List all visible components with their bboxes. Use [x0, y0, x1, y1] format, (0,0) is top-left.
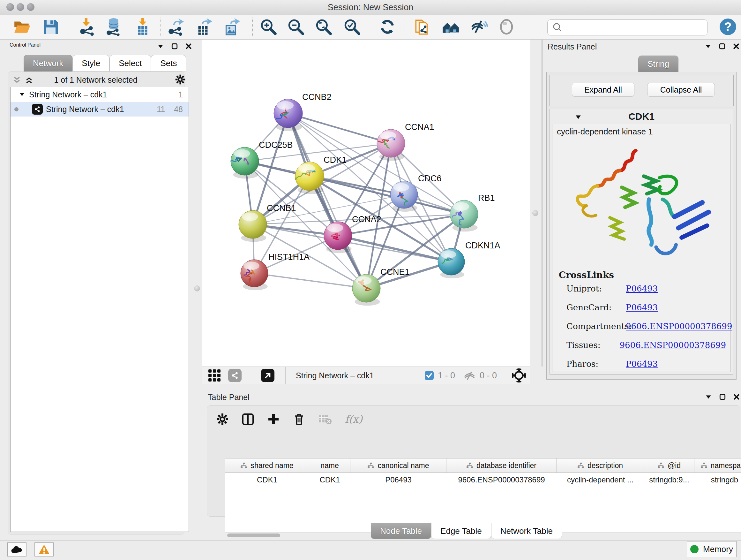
search-input[interactable]: [565, 23, 707, 32]
left-splitter[interactable]: [192, 40, 202, 367]
column-type-icon: [657, 462, 664, 469]
table-cell[interactable]: stringdb:9...: [644, 473, 694, 487]
collapse-all-networks-icon[interactable]: [25, 76, 33, 85]
tab-network[interactable]: Network: [23, 55, 72, 71]
panel-close-icon[interactable]: [733, 393, 740, 400]
database-network-icon: [105, 17, 123, 36]
crosslink-link[interactable]: 9606.ENSP00000378699: [620, 340, 726, 350]
panel-float-icon[interactable]: [719, 393, 726, 400]
network-node-CDKN1A[interactable]: [438, 248, 465, 278]
zoom-out-button[interactable]: [285, 16, 307, 37]
crosslink-link[interactable]: 9606.ENSP00000378699: [626, 321, 732, 331]
network-node-CDC25B[interactable]: [231, 147, 259, 179]
table-cell[interactable]: CDK1: [309, 473, 350, 487]
string-home-button[interactable]: [441, 16, 461, 37]
network-collection-row[interactable]: String Network – cdk1 1: [10, 87, 189, 102]
tree-expander-icon[interactable]: [19, 91, 25, 98]
right-splitter[interactable]: [530, 40, 542, 367]
memory-button[interactable]: Memory: [687, 541, 737, 557]
edge-count: 48: [174, 105, 183, 114]
panel-float-icon[interactable]: [171, 43, 178, 50]
network-node-CCNA1[interactable]: [377, 129, 405, 161]
grid-view-icon[interactable]: [208, 369, 221, 382]
zoom-out-icon: [286, 17, 305, 36]
table-cell[interactable]: 9606.ENSP00000378699: [447, 473, 556, 487]
import-network-button[interactable]: [76, 16, 97, 37]
tab-network-table[interactable]: Network Table: [491, 523, 562, 539]
left-splitter-handle[interactable]: [194, 286, 200, 292]
tab-style[interactable]: Style: [72, 55, 110, 71]
zoom-fit-button[interactable]: [313, 16, 334, 37]
network-node-CDC6[interactable]: [390, 181, 418, 212]
column-header--id[interactable]: @id: [644, 458, 694, 473]
tab-sets[interactable]: Sets: [151, 55, 186, 71]
save-session-button[interactable]: [40, 16, 61, 37]
column-header-shared-name[interactable]: shared name: [225, 458, 309, 473]
table-options-gear-icon[interactable]: [216, 413, 229, 426]
panel-float-icon[interactable]: [719, 43, 726, 50]
control-panel-tabs: NetworkStyleSelectSets: [23, 55, 186, 71]
selected-checkbox-icon[interactable]: [424, 371, 434, 380]
show-columns-icon[interactable]: [242, 413, 254, 426]
crosslink-link[interactable]: P06493: [626, 303, 658, 312]
network-options-gear-icon[interactable]: [175, 74, 186, 86]
export-table-button[interactable]: [193, 16, 214, 37]
results-tab-string[interactable]: String: [638, 56, 678, 72]
panel-close-icon[interactable]: [185, 43, 192, 50]
network-node-HIST1H1A[interactable]: [241, 260, 268, 290]
network-node-CDK1[interactable]: [295, 162, 324, 194]
crosslink-link[interactable]: P06493: [626, 284, 658, 294]
panel-collapse-icon[interactable]: [157, 43, 164, 50]
panel-close-icon[interactable]: [733, 43, 740, 50]
network-canvas[interactable]: CCNB2CCNA1CDC25BCDK1CDC6RB1CCNB1CCNA2CDK…: [202, 40, 530, 367]
table-cell[interactable]: cyclin-dependent ...: [556, 473, 644, 487]
column-header-namespace[interactable]: namespace: [694, 458, 741, 473]
delete-column-icon[interactable]: [293, 413, 306, 426]
import-table-button[interactable]: [132, 16, 153, 37]
import-network-from-database-button[interactable]: [103, 16, 124, 37]
crosslink-link[interactable]: P06493: [626, 359, 658, 369]
expand-all-button[interactable]: Expand All: [572, 83, 634, 97]
clone-network-button[interactable]: [412, 16, 433, 37]
export-network-button[interactable]: [165, 16, 186, 37]
network-node-CCNA2[interactable]: [324, 222, 352, 253]
export-image-button[interactable]: [221, 16, 242, 37]
right-splitter-handle[interactable]: [532, 210, 538, 216]
network-row-selected[interactable]: String Network – cdk1 11 48: [10, 102, 189, 117]
column-header-canonical-name[interactable]: canonical name: [350, 458, 447, 473]
expand-all-networks-icon[interactable]: [13, 76, 21, 85]
zoom-selected-button[interactable]: [341, 16, 362, 37]
cloud-icon: [10, 545, 23, 554]
network-node-CCNE1[interactable]: [352, 274, 381, 306]
zoom-in-button[interactable]: [258, 16, 279, 37]
column-header-database-identifier[interactable]: database identifier: [447, 458, 556, 473]
panel-collapse-icon[interactable]: [705, 393, 712, 400]
column-header-name[interactable]: name: [309, 458, 350, 473]
panel-collapse-icon[interactable]: [704, 43, 712, 50]
tab-edge-table[interactable]: Edge Table: [431, 523, 491, 539]
network-node-CCNB2[interactable]: [274, 99, 302, 131]
collapse-all-button[interactable]: Collapse All: [647, 83, 715, 97]
add-column-icon[interactable]: [267, 413, 280, 426]
birds-eye-view-icon[interactable]: [512, 368, 526, 382]
refresh-button[interactable]: [377, 16, 398, 37]
table-cell[interactable]: stringdb: [694, 473, 741, 487]
table-cell[interactable]: P06493: [350, 473, 447, 487]
inactive-ball-button[interactable]: [496, 16, 517, 37]
network-badge-icon[interactable]: [228, 369, 242, 382]
tab-node-table[interactable]: Node Table: [371, 523, 431, 539]
open-session-button[interactable]: [11, 16, 32, 37]
network-graph[interactable]: CCNB2CCNA1CDC25BCDK1CDC6RB1CCNB1CCNA2CDK…: [202, 40, 530, 367]
tab-select[interactable]: Select: [110, 55, 151, 71]
network-node-CCNB1[interactable]: [239, 210, 267, 242]
network-node-RB1[interactable]: [450, 200, 478, 232]
open-in-new-window-icon[interactable]: [261, 369, 274, 382]
help-button[interactable]: ?: [718, 16, 738, 37]
search-box[interactable]: [547, 19, 708, 36]
column-header-description[interactable]: description: [556, 458, 644, 473]
table-cell[interactable]: CDK1: [225, 473, 309, 487]
hide-glass-eye-button[interactable]: [468, 16, 489, 37]
warnings-button[interactable]: [35, 543, 54, 557]
cloud-button[interactable]: [7, 543, 26, 557]
table-row[interactable]: CDK1CDK1P064939606.ENSP00000378699cyclin…: [225, 473, 741, 487]
